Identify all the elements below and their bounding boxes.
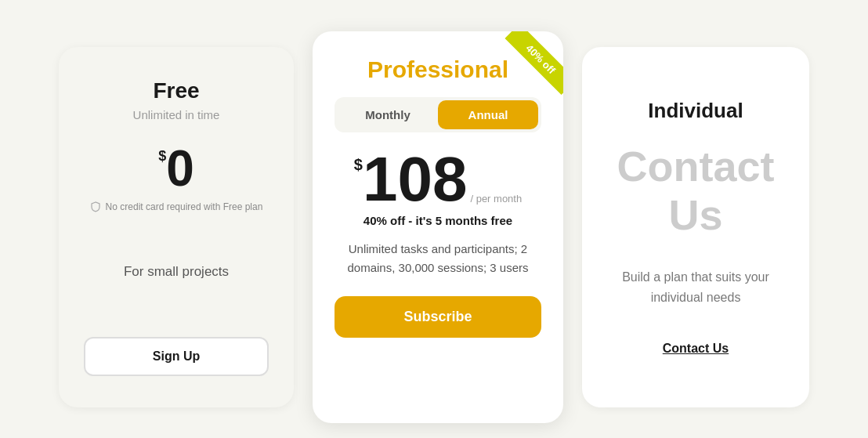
free-currency: $ bbox=[158, 148, 166, 165]
free-for-text: For small projects bbox=[124, 234, 229, 309]
contact-us-large: Contact Us bbox=[607, 142, 784, 239]
no-credit-note: No credit card required with Free plan bbox=[90, 201, 263, 212]
professional-card: 40% off Professional Monthly Annual $ 10… bbox=[313, 31, 563, 423]
pro-per-month: / per month bbox=[470, 193, 522, 205]
pro-description: Unlimited tasks and participants; 2 doma… bbox=[335, 240, 541, 277]
free-card: Free Unlimited in time $ 0 No credit car… bbox=[59, 47, 294, 407]
individual-title: Individual bbox=[648, 99, 743, 123]
individual-description: Build a plan that suits your individual … bbox=[607, 267, 784, 307]
free-amount: 0 bbox=[166, 143, 194, 194]
free-title: Free bbox=[153, 78, 199, 103]
contact-button[interactable]: Contact Us bbox=[663, 342, 729, 356]
free-price-block: $ 0 bbox=[158, 143, 194, 194]
badge-text: 40% off bbox=[505, 31, 563, 95]
free-subtitle: Unlimited in time bbox=[133, 108, 220, 121]
subscribe-button[interactable]: Subscribe bbox=[335, 296, 541, 338]
no-credit-text: No credit card required with Free plan bbox=[106, 201, 263, 212]
pro-currency: $ bbox=[354, 156, 363, 174]
discount-badge: 40% off bbox=[485, 31, 563, 110]
individual-card: Individual Contact Us Build a plan that … bbox=[582, 47, 809, 407]
signup-button[interactable]: Sign Up bbox=[84, 337, 269, 376]
pro-price-block: $ 108 / per month bbox=[354, 148, 522, 211]
monthly-toggle[interactable]: Monthly bbox=[338, 100, 438, 129]
pro-amount: 108 bbox=[363, 148, 467, 211]
shield-icon bbox=[90, 201, 101, 212]
pro-discount-text: 40% off - it's 5 months free bbox=[363, 214, 512, 227]
pricing-cards: Free Unlimited in time $ 0 No credit car… bbox=[12, 0, 856, 438]
